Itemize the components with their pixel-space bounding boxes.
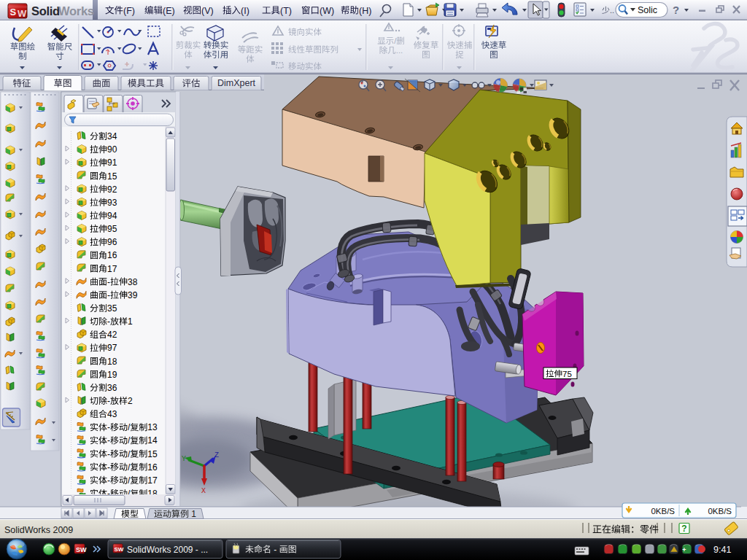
svg-text:SW: SW bbox=[115, 546, 124, 553]
svg-text:14: 14 bbox=[147, 435, 158, 446]
svg-text:17: 17 bbox=[147, 475, 158, 486]
svg-text:16: 16 bbox=[147, 462, 158, 472]
svg-text:35: 35 bbox=[107, 303, 117, 314]
svg-text:(F): (F) bbox=[123, 6, 135, 16]
svg-text:39: 39 bbox=[128, 290, 138, 300]
svg-text:..: .. bbox=[610, 6, 614, 15]
svg-text:15: 15 bbox=[107, 171, 117, 182]
svg-text:?: ? bbox=[673, 4, 679, 16]
svg-text:36: 36 bbox=[107, 383, 117, 393]
svg-text:1: 1 bbox=[128, 316, 133, 327]
svg-text:15: 15 bbox=[147, 449, 158, 459]
svg-text:75: 75 bbox=[562, 370, 572, 378]
svg-text:43: 43 bbox=[107, 409, 117, 419]
svg-text:-: - bbox=[107, 290, 110, 300]
svg-text:-: - bbox=[107, 316, 110, 327]
svg-text:+: + bbox=[682, 546, 686, 553]
svg-text:(W): (W) bbox=[320, 6, 334, 16]
svg-text:9:41: 9:41 bbox=[713, 545, 731, 555]
svg-text:96: 96 bbox=[107, 237, 117, 247]
svg-text:13: 13 bbox=[147, 422, 158, 432]
svg-text:92: 92 bbox=[107, 184, 117, 195]
svg-text:SW: SW bbox=[76, 546, 87, 553]
svg-text:18: 18 bbox=[107, 357, 117, 367]
svg-text:(V): (V) bbox=[201, 6, 214, 16]
svg-text:SolidWorks 2009: SolidWorks 2009 bbox=[4, 525, 73, 535]
svg-text:-: - bbox=[107, 277, 110, 287]
svg-text:(H): (H) bbox=[359, 6, 371, 16]
svg-text:-: - bbox=[271, 545, 279, 555]
svg-text:93: 93 bbox=[107, 198, 117, 208]
svg-text:16: 16 bbox=[107, 250, 117, 260]
svg-text:Solic: Solic bbox=[638, 5, 657, 15]
svg-text:90: 90 bbox=[107, 144, 117, 155]
svg-text:(I): (I) bbox=[241, 6, 249, 16]
svg-text:DimXpert: DimXpert bbox=[217, 78, 256, 88]
svg-text:-: - bbox=[107, 449, 110, 459]
svg-text:34: 34 bbox=[107, 131, 117, 141]
svg-text:Solid: Solid bbox=[31, 4, 60, 18]
svg-text:38: 38 bbox=[128, 277, 138, 287]
svg-text:94: 94 bbox=[107, 211, 117, 221]
svg-text:1: 1 bbox=[189, 509, 196, 519]
svg-text:-: - bbox=[107, 396, 110, 406]
svg-text:91: 91 bbox=[107, 158, 117, 168]
svg-text:SolidWorks 2009 - ...: SolidWorks 2009 - ... bbox=[127, 545, 208, 555]
svg-text:(T): (T) bbox=[280, 6, 292, 16]
svg-text:0KB/S: 0KB/S bbox=[708, 507, 732, 516]
svg-text:(E): (E) bbox=[163, 6, 175, 16]
svg-text:W: W bbox=[18, 8, 27, 19]
svg-text:Works: Works bbox=[58, 4, 94, 18]
svg-text:19: 19 bbox=[107, 370, 117, 380]
svg-text:2: 2 bbox=[128, 396, 133, 406]
svg-text:Z: Z bbox=[214, 451, 219, 459]
svg-text:-: - bbox=[107, 435, 110, 446]
svg-text:97: 97 bbox=[107, 343, 117, 353]
svg-text:Y: Y bbox=[182, 455, 186, 463]
svg-text:-: - bbox=[107, 462, 110, 472]
svg-text:95: 95 bbox=[107, 224, 117, 234]
svg-text:0KB/S: 0KB/S bbox=[651, 507, 675, 516]
svg-text:...: ... bbox=[396, 46, 403, 55]
svg-text:42: 42 bbox=[107, 330, 117, 340]
svg-text:X: X bbox=[201, 487, 206, 495]
svg-text:-: - bbox=[107, 422, 110, 432]
svg-text:?: ? bbox=[681, 524, 686, 534]
svg-text:-: - bbox=[107, 475, 110, 486]
svg-text:S: S bbox=[10, 7, 17, 18]
svg-text:17: 17 bbox=[107, 264, 117, 274]
